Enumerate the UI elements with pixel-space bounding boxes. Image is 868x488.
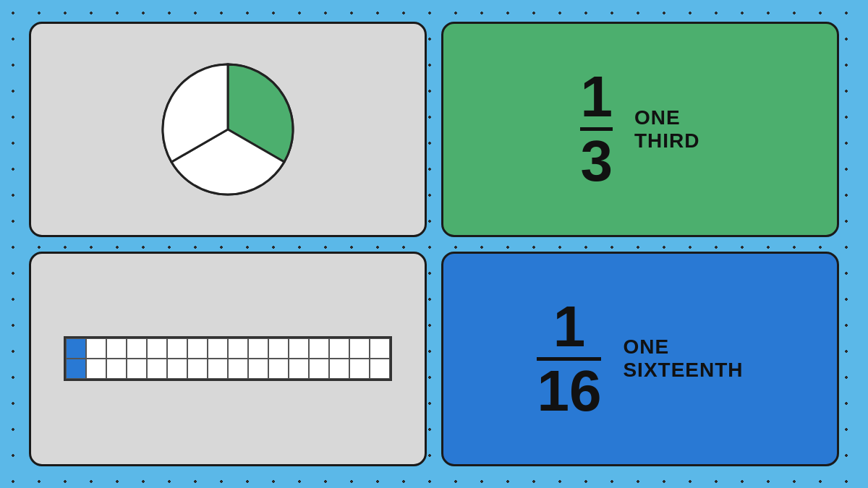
bar-cell-r1c8: [208, 338, 228, 359]
bar-cell-r2c1: [66, 359, 86, 379]
bar-cell-r1c10: [248, 338, 268, 359]
bar-cell-r2c6: [167, 359, 187, 379]
bar-cell-r2c13: [309, 359, 329, 379]
bar-grid: [64, 336, 392, 381]
fraction-sixteenth: 1 16: [537, 298, 601, 420]
bar-cell-r2c16: [370, 359, 390, 379]
bar-cell-r2c10: [248, 359, 268, 379]
fraction-sixteenth-numerator: 1: [553, 298, 586, 356]
fraction-sixteenth-word: ONE SIXTEENTH: [623, 335, 743, 382]
bar-cell-r1c6: [167, 338, 187, 359]
fraction-third-numerator: 1: [580, 68, 613, 126]
bar-cell-r1c9: [228, 338, 248, 359]
bar-chart-container: [64, 336, 392, 381]
bar-cell-r1c2: [86, 338, 106, 359]
fraction-third-denominator: 3: [580, 132, 613, 190]
bar-cell-r1c4: [127, 338, 147, 359]
bar-cell-r1c11: [268, 338, 289, 359]
bar-cell-r1c7: [187, 338, 208, 359]
bar-cell-r2c11: [268, 359, 289, 379]
bar-cell-r2c9: [228, 359, 248, 379]
bar-cell-r2c7: [187, 359, 208, 379]
bar-cell-r2c2: [86, 359, 106, 379]
bar-cell-r2c8: [208, 359, 228, 379]
bar-chart-card: [29, 252, 427, 467]
bar-cell-r1c1: [66, 338, 86, 359]
bar-cell-r1c13: [309, 338, 329, 359]
bar-cell-r1c3: [106, 338, 127, 359]
pie-chart-card: [29, 22, 427, 237]
bar-cell-r2c5: [147, 359, 167, 379]
bar-cell-r2c3: [106, 359, 127, 379]
fraction-sixteenth-word-bottom: SIXTEENTH: [623, 359, 743, 382]
fraction-third-word: ONE THIRD: [634, 106, 700, 153]
bar-cell-r2c12: [289, 359, 309, 379]
pie-chart-container: [156, 57, 300, 202]
fraction-sixteenth-card: 1 16 ONE SIXTEENTH: [441, 252, 839, 467]
fraction-sixteenth-inner: 1 16 ONE SIXTEENTH: [537, 298, 743, 420]
fraction-third-card: 1 3 ONE THIRD: [441, 22, 839, 237]
fraction-third-word-top: ONE: [634, 106, 681, 129]
fraction-sixteenth-denominator: 16: [537, 362, 601, 420]
bar-cell-r2c4: [127, 359, 147, 379]
pie-chart-svg: [156, 57, 300, 202]
bar-cell-r1c15: [349, 338, 370, 359]
bar-cell-r1c16: [370, 338, 390, 359]
bar-cell-r1c14: [329, 338, 349, 359]
fraction-third-inner: 1 3 ONE THIRD: [580, 68, 699, 190]
bar-cell-r1c12: [289, 338, 309, 359]
bar-cell-r1c5: [147, 338, 167, 359]
fraction-third-word-bottom: THIRD: [634, 129, 700, 153]
bar-cell-r2c15: [349, 359, 370, 379]
fraction-sixteenth-word-top: ONE: [623, 335, 669, 359]
fraction-third: 1 3: [580, 68, 613, 190]
bar-cell-r2c14: [329, 359, 349, 379]
